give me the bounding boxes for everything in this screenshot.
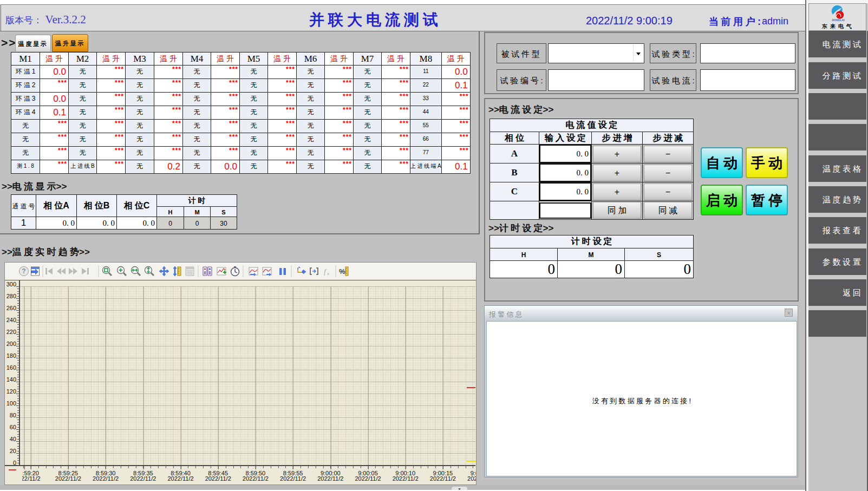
svg-text:DONGLAI: DONGLAI <box>832 18 845 22</box>
svg-text:x: x <box>327 271 329 276</box>
svg-text:?: ? <box>22 267 25 275</box>
svg-text:%: % <box>339 267 345 276</box>
